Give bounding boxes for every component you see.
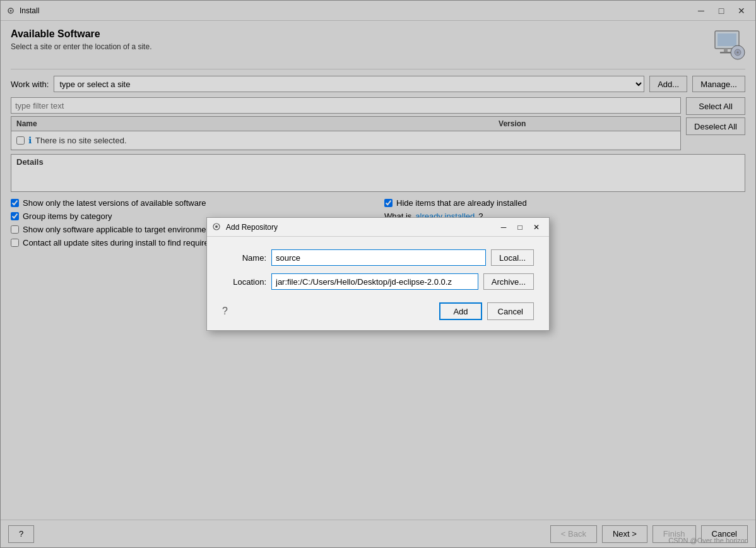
- modal-cancel-button[interactable]: Cancel: [487, 302, 534, 320]
- modal-minimize-button[interactable]: ─: [496, 220, 511, 234]
- modal-title-bar: Add Repository ─ □ ✕: [207, 218, 549, 237]
- modal-help-icon[interactable]: ?: [222, 306, 228, 317]
- add-repository-dialog: Add Repository ─ □ ✕ Name: Local... Loca…: [206, 217, 550, 331]
- modal-close-button[interactable]: ✕: [529, 220, 544, 234]
- archive-button[interactable]: Archive...: [483, 273, 534, 290]
- local-button[interactable]: Local...: [491, 249, 534, 266]
- modal-footer: ? Add Cancel: [222, 297, 534, 320]
- modal-body: Name: Local... Location: Archive... ? Ad…: [207, 237, 549, 330]
- location-label: Location:: [222, 277, 266, 287]
- modal-title: Add Repository: [226, 223, 496, 232]
- modal-controls: ─ □ ✕: [496, 220, 544, 234]
- modal-icon: [212, 222, 222, 232]
- modal-name-row: Name: Local...: [222, 249, 534, 266]
- modal-location-row: Location: Archive...: [222, 273, 534, 290]
- location-input[interactable]: [271, 273, 478, 290]
- modal-overlay: Add Repository ─ □ ✕ Name: Local... Loca…: [0, 0, 756, 548]
- modal-maximize-button[interactable]: □: [512, 220, 528, 234]
- name-input[interactable]: [271, 249, 486, 266]
- name-label: Name:: [222, 253, 266, 263]
- svg-point-10: [215, 225, 218, 228]
- modal-footer-buttons: Add Cancel: [439, 302, 534, 320]
- modal-add-button[interactable]: Add: [439, 302, 481, 320]
